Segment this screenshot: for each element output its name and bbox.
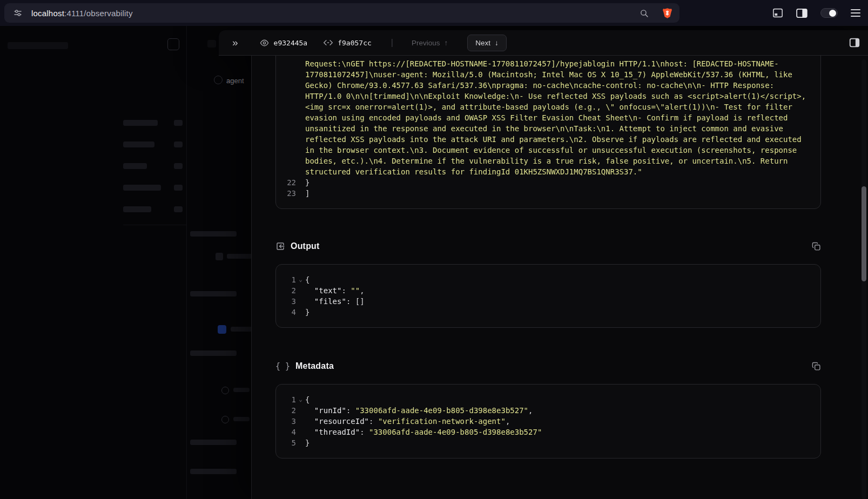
line-number: 4 xyxy=(276,307,296,318)
arrow-down-icon: ↓ xyxy=(495,39,499,47)
toggle-knob xyxy=(829,10,836,17)
fold-caret-spacer xyxy=(296,307,305,318)
arrow-up-icon: ↑ xyxy=(445,39,448,47)
code-line: Request:\nGET https://[REDACTED-HOSTNAME… xyxy=(276,58,813,177)
metadata-code-block: 1⌄{2 "runId": "33006afd-aade-4e09-b805-d… xyxy=(275,384,821,458)
copy-output-button[interactable] xyxy=(812,242,821,251)
code-line: 4} xyxy=(276,307,813,318)
collapse-drawer-button[interactable]: » xyxy=(227,35,244,51)
code-line: 1⌄{ xyxy=(276,394,813,405)
span-id-chip[interactable]: f9a057cc xyxy=(324,39,372,47)
fold-caret-spacer xyxy=(296,188,305,199)
line-number: 5 xyxy=(276,437,296,448)
code-line: 3 "files": [] xyxy=(276,296,813,307)
code-text: } xyxy=(305,307,813,318)
code-text: { xyxy=(305,274,813,285)
code-text: } xyxy=(305,437,813,448)
address-bar[interactable]: localhost:4111/observability xyxy=(4,3,679,23)
previous-label: Previous xyxy=(412,39,440,47)
next-button[interactable]: Next ↓ xyxy=(467,35,507,51)
trace-id: e932445a xyxy=(274,39,308,47)
trace-detail-drawer: » e932445a f9a057cc | xyxy=(219,30,868,499)
line-number: 3 xyxy=(276,296,296,307)
code-line: 4 "threadId": "33006afd-aade-4e09-b805-d… xyxy=(276,427,813,437)
code-line: 22} xyxy=(276,177,813,188)
fold-caret-spacer xyxy=(296,296,305,307)
next-label: Next xyxy=(475,39,490,47)
reading-mode-icon[interactable] xyxy=(772,8,783,18)
fold-caret-spacer xyxy=(296,416,305,427)
code-text: ] xyxy=(305,188,813,199)
code-text: "threadId": "33006afd-aade-4e09-b805-d39… xyxy=(305,427,813,437)
line-number: 4 xyxy=(276,427,296,437)
braces-icon: { } xyxy=(275,361,290,371)
code-line: 2 "text": "", xyxy=(276,285,813,296)
line-number: 1 xyxy=(276,394,296,405)
eye-icon xyxy=(260,38,269,48)
fold-caret-spacer xyxy=(296,427,305,437)
line-number: 2 xyxy=(276,285,296,296)
code-line: 23] xyxy=(276,188,813,199)
output-code-block: 1⌄{2 "text": "",3 "files": []4} xyxy=(275,264,821,328)
code-line: 5} xyxy=(276,437,813,448)
fold-caret-icon[interactable]: ⌄ xyxy=(296,274,305,285)
metadata-section-header: { } Metadata xyxy=(275,360,821,372)
trace-id-chip[interactable]: e932445a xyxy=(260,38,308,48)
line-number: 2 xyxy=(276,405,296,416)
line-number: 23 xyxy=(276,188,296,199)
layout-columns-button[interactable] xyxy=(849,37,860,49)
input-code-block: Request:\nGET https://[REDACTED-HOSTNAME… xyxy=(275,56,821,209)
fold-caret-spacer xyxy=(296,58,305,177)
code-text: Request:\nGET https://[REDACTED-HOSTNAME… xyxy=(305,58,813,177)
screen: localhost:4111/observability xyxy=(0,0,868,499)
drawer-body: Request:\nGET https://[REDACTED-HOSTNAME… xyxy=(251,56,868,499)
copy-metadata-button[interactable] xyxy=(812,362,821,371)
output-icon xyxy=(275,241,285,251)
url-path: :4111/observability xyxy=(64,9,133,18)
code-text: "text": "", xyxy=(305,285,813,296)
scrollbar-thumb[interactable] xyxy=(862,186,866,281)
browser-toolbar: localhost:4111/observability xyxy=(0,0,868,26)
fold-caret-spacer xyxy=(296,177,305,188)
code-text: "runId": "33006afd-aade-4e09-b805-d398e8… xyxy=(305,405,813,416)
previous-button[interactable]: Previous ↑ xyxy=(406,35,453,51)
url-text: localhost:4111/observability xyxy=(31,9,133,18)
profile-pill-toggle[interactable] xyxy=(820,8,838,18)
fold-caret-spacer xyxy=(296,437,305,448)
metadata-title: Metadata xyxy=(295,361,334,371)
span-id: f9a057cc xyxy=(338,39,372,47)
output-section-header: Output xyxy=(275,240,821,252)
line-number: 1 xyxy=(276,274,296,285)
code-line: 2 "runId": "33006afd-aade-4e09-b805-d398… xyxy=(276,405,813,416)
code-text: "resourceId": "verification-network-agen… xyxy=(305,416,813,427)
brave-shield-icon[interactable] xyxy=(663,8,672,18)
tune-icon[interactable] xyxy=(13,8,23,18)
fold-caret-icon[interactable]: ⌄ xyxy=(296,394,305,405)
fold-caret-spacer xyxy=(296,285,305,296)
code-text: } xyxy=(305,177,813,188)
line-number: 22 xyxy=(276,177,296,188)
drawer-header: » e932445a f9a057cc | xyxy=(219,30,868,56)
split-view-icon[interactable] xyxy=(796,9,808,18)
url-host: localhost xyxy=(31,9,64,18)
header-separator: | xyxy=(391,38,393,48)
line-number: 3 xyxy=(276,416,296,427)
line-number xyxy=(276,58,296,177)
menu-icon[interactable] xyxy=(851,9,860,17)
output-title: Output xyxy=(291,241,320,251)
code-line: 1⌄{ xyxy=(276,274,813,285)
search-icon[interactable] xyxy=(640,9,649,18)
code-line: 3 "resourceId": "verification-network-ag… xyxy=(276,416,813,427)
span-arrows-icon xyxy=(324,39,333,46)
fold-caret-spacer xyxy=(296,405,305,416)
code-text: { xyxy=(305,394,813,405)
code-text: "files": [] xyxy=(305,296,813,307)
